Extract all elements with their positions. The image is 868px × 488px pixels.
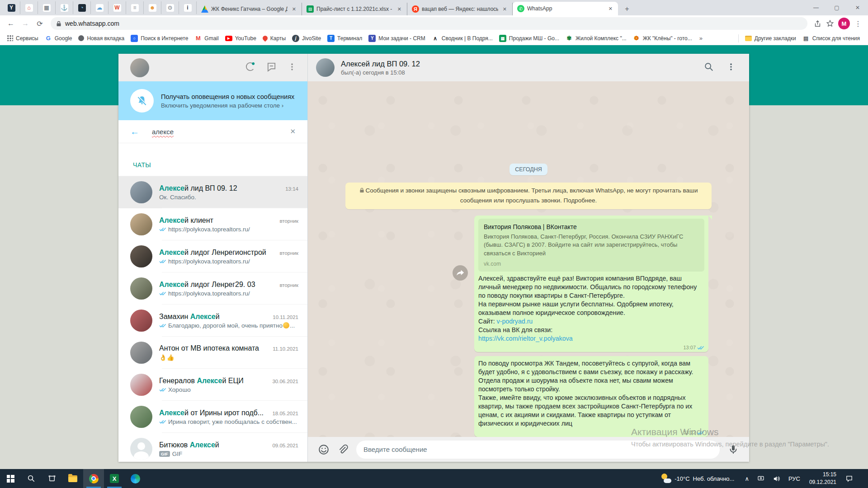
bookmark-item[interactable]: ○Поиск в Интернете [128, 33, 191, 43]
address-bar[interactable]: web.whatsapp.com [51, 17, 807, 30]
pinned-tab[interactable]: ▦ [38, 1, 56, 14]
message-link[interactable]: v-podryad.ru [497, 318, 533, 325]
chat-preview: Ирина говорит, уже пообщалась с собствен… [159, 418, 298, 425]
chat-menu-icon[interactable] [726, 62, 736, 73]
bookmark-item[interactable]: ❁ЖК "Клёны" - гото... [630, 33, 695, 43]
bookmark-item[interactable]: ▤Продажи МШ - Go... [496, 33, 562, 43]
pinned-tab[interactable]: ◔ [73, 1, 91, 14]
encryption-notice[interactable]: Сообщения и звонки защищены сквозным шиф… [345, 183, 712, 209]
search-input[interactable]: алексе [152, 128, 290, 136]
browser-tab-2[interactable]: ▤Прайс-лист с 1.12.2021c.xlsx - G✕ [302, 3, 407, 15]
chat-list-item[interactable]: Алексей клиентвторникhttps://polykova.to… [118, 208, 307, 240]
outgoing-message[interactable]: По поводу просмотра ЖК Тандем, посоветуй… [474, 356, 708, 437]
chat-list-item[interactable]: Замахин Алексей10.11.2021Благодарю, доро… [118, 305, 307, 337]
bookmark-item[interactable]: Новая вкладка [75, 33, 127, 43]
browser-tab-4[interactable]: ✆WhatsApp✕ [513, 2, 618, 15]
bookmark-item[interactable]: TТерминал [325, 33, 365, 43]
mic-icon[interactable] [725, 441, 741, 458]
status-icon[interactable] [245, 61, 255, 74]
pinned-tab[interactable]: ⊙ [161, 1, 179, 14]
share-icon[interactable] [811, 17, 824, 30]
reload-button[interactable]: ⟳ [33, 17, 46, 30]
chat-name-highlight: Алексе [190, 441, 215, 449]
chat-list-item[interactable]: Алексей лид ВП 09. 1213:14Ок. Спасибо. [118, 176, 307, 208]
browser-menu-icon[interactable]: ⋮ [852, 17, 864, 30]
pinned-tab[interactable]: ☁ [91, 1, 108, 14]
tab-close-icon[interactable]: ✕ [396, 5, 403, 13]
bookmark-item[interactable]: ∧Сводник | В Подря... [429, 33, 495, 43]
chat-list-item[interactable]: Алексей от Ирины ирот подб...18.05.2021И… [118, 401, 307, 433]
taskbar-chrome-button[interactable] [83, 469, 104, 488]
action-center-icon[interactable] [842, 469, 856, 488]
minimize-button[interactable]: — [806, 0, 826, 15]
forward-button[interactable]: → [19, 17, 32, 30]
browser-tab-1[interactable]: ЖК Феникс Гатчина – Google Д✕ [197, 3, 302, 15]
chat-list-item[interactable]: Битюков Алексей09.05.2021GIFGIF [118, 433, 307, 462]
bookmark-item[interactable]: Карты [260, 33, 288, 43]
volume-icon[interactable] [769, 469, 783, 488]
taskbar-edge-button[interactable] [125, 469, 146, 488]
pinned-tab[interactable]: Y [3, 1, 20, 14]
tray-display-icon[interactable] [754, 469, 768, 488]
chat-list-item[interactable]: Антон от МВ ипотека комната11.10.2021👌👍 [118, 337, 307, 369]
sidebar: Получать оповещения о новых сообщениях В… [118, 54, 308, 462]
pinned-tab[interactable]: W [108, 1, 126, 14]
language-indicator[interactable]: РУС [785, 469, 803, 488]
bookmark-item[interactable]: jJivoSite [289, 33, 324, 43]
chat-list-item[interactable]: Алексей лидог Ленрег29. 03вторникhttps:/… [118, 272, 307, 305]
maximize-button[interactable]: ▢ [826, 0, 847, 15]
start-button[interactable] [0, 469, 21, 488]
contact-avatar[interactable] [316, 58, 335, 77]
chat-list-item[interactable]: Алексей лидог Ленрегионстройвторникhttps… [118, 240, 307, 272]
back-button[interactable]: ← [5, 17, 17, 30]
bookmark-item[interactable]: YМои задачи - CRM [366, 33, 428, 43]
bookmark-item[interactable]: MGmail [192, 33, 221, 43]
emoji-icon[interactable] [316, 441, 332, 458]
forward-button[interactable] [453, 265, 468, 281]
new-tab-button[interactable]: + [621, 3, 633, 15]
bookmarks-overflow-chevron[interactable]: » [696, 35, 706, 42]
taskbar-search-button[interactable] [21, 469, 42, 488]
bookmark-item-reading[interactable]: ▤Список для чтения [800, 33, 863, 43]
close-button[interactable]: ✕ [847, 0, 868, 15]
bookmark-item[interactable]: Сервисы [5, 33, 41, 43]
browser-tab-3[interactable]: Явацап веб — Яндекс: нашлось 5✕ [407, 3, 513, 15]
pinned-tab[interactable]: ⚓ [56, 1, 73, 14]
link-preview[interactable]: Виктория Полякова | ВКонтактеВиктория По… [478, 219, 704, 272]
bookmark-item[interactable]: ▶YouTube [222, 33, 259, 43]
banner-title: Получать оповещения о новых сообщениях [161, 93, 294, 100]
notifications-banner[interactable]: Получать оповещения о новых сообщениях В… [118, 81, 307, 120]
taskbar-excel-button[interactable]: X [104, 469, 125, 488]
attach-icon[interactable] [335, 441, 351, 458]
bookmark-item[interactable]: ✾Жилой Комплекс "... [563, 33, 629, 43]
chat-list-item[interactable]: Генералов Алексей ЕЦИ30.06.2021Хорошо [118, 369, 307, 401]
outgoing-message[interactable]: Виктория Полякова | ВКонтактеВиктория По… [474, 216, 708, 352]
tab-close-icon[interactable]: ✕ [290, 5, 298, 13]
browser-profile-avatar[interactable]: М [838, 18, 850, 29]
message-link[interactable]: https://vk.com/rieltor_v.polyakova [478, 335, 573, 342]
tab-close-icon[interactable]: ✕ [607, 5, 614, 13]
new-chat-icon[interactable] [266, 61, 277, 74]
weather-widget[interactable]: -10°C Неб. облачно... [656, 473, 739, 484]
chat-name-suffix: й лидог Ленрег29. 03 [184, 281, 255, 288]
pinned-tab[interactable]: ≡ [126, 1, 144, 14]
search-back-icon[interactable]: ← [130, 127, 139, 137]
profile-avatar[interactable] [130, 58, 149, 77]
pinned-tab[interactable]: ☻ [144, 1, 161, 14]
bookmark-item[interactable]: GGoogle [42, 33, 75, 43]
chat-search-icon[interactable] [704, 62, 714, 74]
banner-subtitle[interactable]: Включить уведомления на рабочем столе › [161, 102, 294, 109]
task-view-button[interactable] [42, 469, 62, 488]
search-clear-icon[interactable]: ✕ [290, 127, 296, 136]
message-input[interactable] [356, 441, 720, 459]
pinned-tab[interactable]: i [179, 1, 197, 14]
tray-chevron-icon[interactable]: ∧ [741, 469, 752, 488]
tab-close-icon[interactable]: ✕ [501, 5, 509, 13]
file-explorer-button[interactable] [62, 469, 83, 488]
taskbar-clock[interactable]: 15:15 09.12.2021 [805, 471, 840, 486]
bookmark-star-icon[interactable] [824, 17, 836, 30]
bookmark-item-folder[interactable]: Другие закладки [742, 33, 799, 43]
pinned-tab[interactable]: ⌂ [20, 1, 38, 14]
chat-header[interactable]: Алексей лид ВП 09. 12 был(-а) сегодня в … [308, 54, 749, 81]
sidebar-menu-icon[interactable] [288, 62, 297, 73]
